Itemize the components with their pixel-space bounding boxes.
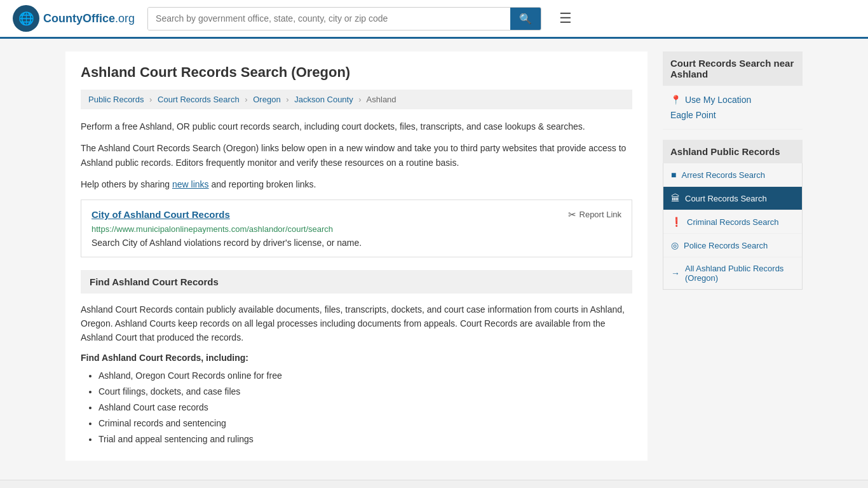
hamburger-icon: ☰ — [559, 10, 572, 26]
list-item: Criminal records and sentencing — [98, 416, 632, 431]
arrow-icon: → — [671, 268, 680, 278]
sidebar-link-court[interactable]: 🏛 Court Records Search — [663, 187, 802, 210]
breadcrumb-oregon[interactable]: Oregon — [253, 95, 280, 104]
sidebar-link-arrest[interactable]: ■ Arrest Records Search — [663, 163, 802, 186]
breadcrumb: Public Records › Court Records Search › … — [81, 90, 632, 109]
sidebar: Court Records Search near Ashland 📍 Use … — [663, 51, 803, 461]
new-links-link[interactable]: new links — [172, 179, 209, 189]
breadcrumb-public-records[interactable]: Public Records — [88, 95, 144, 104]
breadcrumb-court-records[interactable]: Court Records Search — [158, 95, 240, 104]
search-icon: 🔍 — [519, 13, 532, 24]
find-section-body: Ashland Court Records contain publicly a… — [81, 302, 632, 345]
list-item: Ashland, Oregon Court Records online for… — [98, 368, 632, 384]
find-section-list: Ashland, Oregon Court Records online for… — [81, 368, 632, 448]
sidebar-location: 📍 Use My Location Eagle Point — [663, 86, 803, 130]
header: 🌐 CountyOffice.org 🔍 ☰ — [0, 0, 868, 39]
record-card-header: City of Ashland Court Records ✂ Report L… — [92, 209, 621, 220]
list-item: Court filings, dockets, and case files — [98, 384, 632, 400]
sidebar-item-arrest[interactable]: ■ Arrest Records Search — [663, 163, 802, 187]
record-url: https://www.municipalonlinepayments.com/… — [92, 224, 621, 234]
list-item: Ashland Court case records — [98, 400, 632, 416]
find-section-list-header: Find Ashland Court Records, including: — [81, 353, 632, 363]
location-icon: 📍 — [670, 95, 681, 105]
sidebar-item-criminal[interactable]: ❗ Criminal Records Search — [663, 210, 802, 234]
content-area: Ashland Court Records Search (Oregon) Pu… — [65, 51, 648, 461]
sidebar-link-police[interactable]: ◎ Police Records Search — [663, 234, 802, 257]
police-icon: ◎ — [671, 240, 679, 250]
list-item: Trial and appeal sentencing and rulings — [98, 431, 632, 447]
search-bar: 🔍 — [147, 7, 541, 30]
search-button[interactable]: 🔍 — [510, 8, 541, 30]
report-link[interactable]: ✂ Report Link — [568, 209, 621, 220]
sidebar-link-criminal[interactable]: ❗ Criminal Records Search — [663, 210, 802, 233]
record-card: City of Ashland Court Records ✂ Report L… — [81, 200, 632, 257]
logo-icon: 🌐 — [13, 5, 39, 32]
court-icon: 🏛 — [671, 193, 680, 203]
breadcrumb-jackson-county[interactable]: Jackson County — [294, 95, 353, 104]
nearby-eagle-point[interactable]: Eagle Point — [670, 107, 795, 123]
record-description: Search City of Ashland violations record… — [92, 238, 621, 248]
intro-paragraph-1: Perform a free Ashland, OR public court … — [81, 119, 632, 133]
use-location-link[interactable]: 📍 Use My Location — [670, 92, 795, 107]
menu-button[interactable]: ☰ — [554, 8, 577, 29]
sidebar-near-title: Court Records Search near Ashland — [663, 51, 803, 86]
breadcrumb-current: Ashland — [367, 95, 397, 104]
sidebar-menu: ■ Arrest Records Search 🏛 Court Records … — [663, 163, 803, 290]
search-input[interactable] — [148, 8, 510, 30]
footer: About Us Contact Us Suggest Listing Priv… — [0, 480, 868, 488]
sidebar-item-police[interactable]: ◎ Police Records Search — [663, 234, 802, 257]
report-link-icon: ✂ — [568, 209, 576, 220]
logo[interactable]: 🌐 CountyOffice.org — [13, 5, 135, 32]
intro-paragraph-3: Help others by sharing new links and rep… — [81, 177, 632, 191]
sidebar-link-all[interactable]: → All Ashland Public Records (Oregon) — [663, 257, 802, 289]
criminal-icon: ❗ — [671, 217, 682, 227]
arrest-icon: ■ — [671, 170, 676, 180]
logo-text: CountyOffice.org — [43, 12, 135, 25]
sidebar-item-court[interactable]: 🏛 Court Records Search — [663, 187, 802, 210]
record-title-link[interactable]: City of Ashland Court Records — [92, 209, 230, 220]
main-wrapper: Ashland Court Records Search (Oregon) Pu… — [53, 39, 815, 473]
intro-paragraph-2: The Ashland Court Records Search (Oregon… — [81, 141, 632, 170]
sidebar-public-records-title: Ashland Public Records — [663, 140, 803, 163]
page-title: Ashland Court Records Search (Oregon) — [81, 64, 632, 81]
find-section-header: Find Ashland Court Records — [81, 270, 632, 294]
sidebar-item-all[interactable]: → All Ashland Public Records (Oregon) — [663, 257, 802, 289]
